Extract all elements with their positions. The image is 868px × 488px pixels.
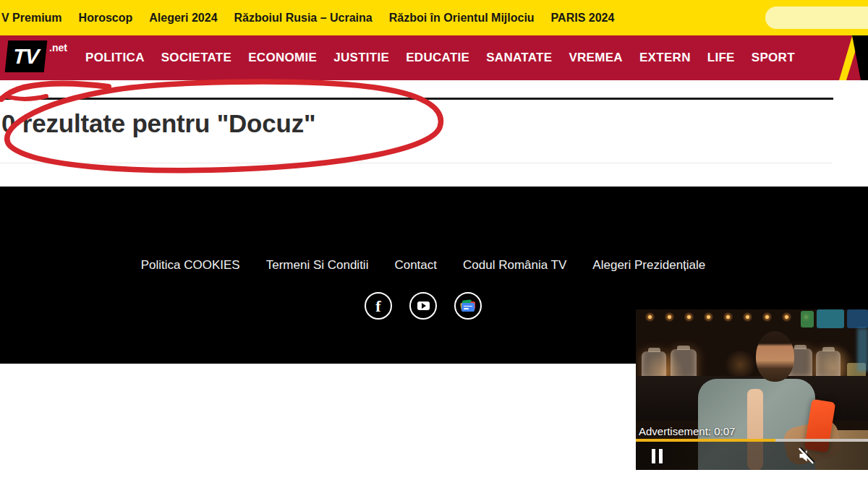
search-input[interactable] (765, 7, 868, 29)
mute-icon[interactable] (796, 446, 816, 466)
youtube-icon[interactable] (409, 292, 437, 320)
top-bar: V Premium Horoscop Alegeri 2024 Războiul… (0, 0, 868, 35)
footer-link-politica-cookies[interactable]: Politica COOKIES (141, 258, 240, 273)
topbar-link-horoscop[interactable]: Horoscop (79, 12, 133, 25)
nav-item-politica[interactable]: POLITICA (85, 51, 145, 65)
tv-logo-text: TV (13, 45, 40, 69)
topbar-link-premium[interactable]: V Premium (1, 12, 62, 25)
google-news-icon[interactable] (454, 292, 482, 320)
content-divider-black (0, 98, 833, 100)
main-nav: TV .net POLITICA SOCIETATE ECONOMIE JUST… (0, 35, 868, 80)
topbar-link-paris-2024[interactable]: PARIS 2024 (551, 12, 615, 25)
nav-item-economie[interactable]: ECONOMIE (248, 51, 317, 65)
content-divider-gray (0, 163, 832, 163)
nav-corner-decoration (833, 35, 868, 80)
footer-links: Politica COOKIES Termeni Si Conditii Con… (0, 258, 846, 273)
advertisement-countdown-label: Advertisement: 0:07 (639, 425, 735, 437)
footer-link-contact[interactable]: Contact (394, 258, 437, 273)
topbar-link-razboi-orientul-mijlociu[interactable]: Război în Orientul Mijlociu (389, 12, 535, 25)
tv-logo-net-suffix[interactable]: .net (49, 42, 67, 53)
nav-item-justitie[interactable]: JUSTITIE (333, 51, 389, 65)
video-ad-player[interactable]: Advertisement: 0:07 (636, 309, 868, 470)
tv-logo[interactable]: TV (5, 40, 48, 72)
green-jar (801, 311, 814, 328)
nav-item-vremea[interactable]: VREMEA (569, 51, 623, 65)
teal-jar (817, 309, 844, 328)
nav-item-sport[interactable]: SPORT (752, 51, 795, 65)
footer-link-codul-romania-tv[interactable]: Codul România TV (463, 258, 566, 273)
nav-item-societate[interactable]: SOCIETATE (161, 51, 231, 65)
blue-glow (857, 328, 868, 372)
facebook-icon[interactable]: f (365, 292, 392, 320)
topbar-link-alegeri-2024[interactable]: Alegeri 2024 (149, 12, 217, 25)
topbar-links: V Premium Horoscop Alegeri 2024 Războiul… (0, 12, 614, 25)
footer-link-alegeri-prezidentiale[interactable]: Alegeri Prezidențiale (592, 258, 705, 273)
footer-link-termeni-conditii[interactable]: Termeni Si Conditii (266, 258, 369, 273)
nav-item-sanatate[interactable]: SANATATE (486, 51, 552, 65)
man-head (756, 331, 794, 382)
pause-button[interactable] (652, 449, 663, 463)
string-lights (640, 312, 814, 322)
search-results-headline: 0 rezultate pentru "Docuz" (1, 109, 315, 138)
topbar-link-razboiul-rusia-ucraina[interactable]: Războiul Rusia – Ucraina (234, 12, 373, 25)
nav-item-educatie[interactable]: EDUCATIE (406, 51, 469, 65)
nav-item-life[interactable]: LIFE (707, 51, 735, 65)
blue-jar (847, 309, 868, 328)
nav-menu: POLITICA SOCIETATE ECONOMIE JUSTITIE EDU… (85, 35, 795, 80)
nav-item-extern[interactable]: EXTERN (639, 51, 691, 65)
video-controls-bar (636, 442, 868, 470)
